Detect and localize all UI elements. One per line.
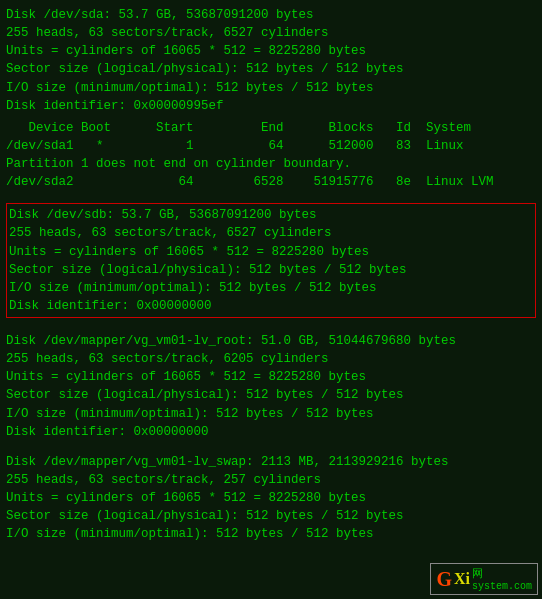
sdb-line-4: Sector size (logical/physical): 512 byte… xyxy=(9,261,533,279)
sda-line-2: 255 heads, 63 sectors/track, 6527 cylind… xyxy=(6,24,536,42)
watermark-xi-letter: Xi xyxy=(454,570,470,588)
spacer-1 xyxy=(6,195,536,203)
lv-swap-line-5: I/O size (minimum/optimal): 512 bytes / … xyxy=(6,525,536,543)
partition-sda2: /dev/sda2 64 6528 51915776 8e Linux LVM xyxy=(6,173,536,191)
sda-line-6: Disk identifier: 0x00000995ef xyxy=(6,97,536,115)
watermark-text-block: 网 system.com xyxy=(472,566,532,592)
sda-disk-block: Disk /dev/sda: 53.7 GB, 53687091200 byte… xyxy=(6,6,536,115)
partition-note: Partition 1 does not end on cylinder bou… xyxy=(6,155,536,173)
watermark: G Xi 网 system.com xyxy=(430,563,538,595)
lv-root-disk-block: Disk /dev/mapper/vg_vm01-lv_root: 51.0 G… xyxy=(6,332,536,441)
lv-swap-line-2: 255 heads, 63 sectors/track, 257 cylinde… xyxy=(6,471,536,489)
terminal-window: Disk /dev/sda: 53.7 GB, 53687091200 byte… xyxy=(0,0,542,599)
lv-swap-disk-block: Disk /dev/mapper/vg_vm01-lv_swap: 2113 M… xyxy=(6,453,536,544)
watermark-net-char: 网 xyxy=(472,566,483,581)
lv-root-line-3: Units = cylinders of 16065 * 512 = 82252… xyxy=(6,368,536,386)
lv-swap-line-3: Units = cylinders of 16065 * 512 = 82252… xyxy=(6,489,536,507)
spacer-2 xyxy=(6,324,536,332)
sda-line-4: Sector size (logical/physical): 512 byte… xyxy=(6,60,536,78)
sda-line-3: Units = cylinders of 16065 * 512 = 82252… xyxy=(6,42,536,60)
watermark-box: G Xi 网 system.com xyxy=(430,563,538,595)
lv-swap-line-1: Disk /dev/mapper/vg_vm01-lv_swap: 2113 M… xyxy=(6,453,536,471)
sdb-disk-block: Disk /dev/sdb: 53.7 GB, 53687091200 byte… xyxy=(6,203,536,318)
lv-swap-line-4: Sector size (logical/physical): 512 byte… xyxy=(6,507,536,525)
spacer-3 xyxy=(6,445,536,453)
lv-root-line-2: 255 heads, 63 sectors/track, 6205 cylind… xyxy=(6,350,536,368)
lv-root-line-6: Disk identifier: 0x00000000 xyxy=(6,423,536,441)
sdb-line-3: Units = cylinders of 16065 * 512 = 82252… xyxy=(9,243,533,261)
lv-root-line-4: Sector size (logical/physical): 512 byte… xyxy=(6,386,536,404)
sda-partition-table: Device Boot Start End Blocks Id System /… xyxy=(6,119,536,192)
lv-root-line-1: Disk /dev/mapper/vg_vm01-lv_root: 51.0 G… xyxy=(6,332,536,350)
sdb-line-6: Disk identifier: 0x00000000 xyxy=(9,297,533,315)
sdb-line-5: I/O size (minimum/optimal): 512 bytes / … xyxy=(9,279,533,297)
sda-line-1: Disk /dev/sda: 53.7 GB, 53687091200 byte… xyxy=(6,6,536,24)
lv-root-line-5: I/O size (minimum/optimal): 512 bytes / … xyxy=(6,405,536,423)
watermark-domain: system.com xyxy=(472,581,532,592)
partition-header: Device Boot Start End Blocks Id System xyxy=(6,119,536,137)
sda-line-5: I/O size (minimum/optimal): 512 bytes / … xyxy=(6,79,536,97)
watermark-g-letter: G xyxy=(436,568,452,591)
partition-sda1: /dev/sda1 * 1 64 512000 83 Linux xyxy=(6,137,536,155)
sdb-line-2: 255 heads, 63 sectors/track, 6527 cylind… xyxy=(9,224,533,242)
sdb-line-1: Disk /dev/sdb: 53.7 GB, 53687091200 byte… xyxy=(9,206,533,224)
